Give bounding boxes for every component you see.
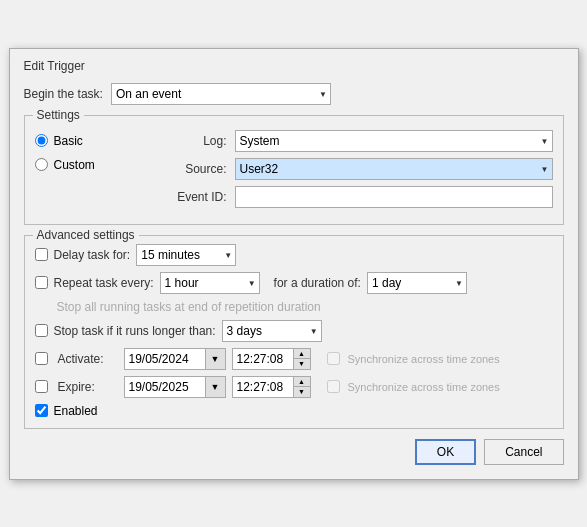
source-select[interactable]: User32 Kernel Other <box>235 158 553 180</box>
settings-group-title: Settings <box>33 108 84 122</box>
edit-trigger-dialog: Edit Trigger Begin the task: On an event… <box>9 48 579 480</box>
button-row: OK Cancel <box>24 439 564 465</box>
stop-if-select[interactable]: 3 days 1 day 1 hour <box>222 320 322 342</box>
log-select-wrap: System Application Security <box>235 130 553 152</box>
enabled-checkbox[interactable] <box>35 404 48 417</box>
activate-sync-label: Synchronize across time zones <box>348 353 500 365</box>
expire-sync-wrap: Synchronize across time zones <box>327 380 500 393</box>
activate-sync-checkbox[interactable] <box>327 352 340 365</box>
repeat-row: Repeat task every: 1 hour 30 minutes 1 d… <box>35 272 553 294</box>
stop-if-row: Stop task if it runs longer than: 3 days… <box>35 320 553 342</box>
activate-date-wrap: ▼ <box>124 348 226 370</box>
basic-radio-row: Basic <box>35 134 125 148</box>
expire-time-up-button[interactable]: ▲ <box>294 377 310 387</box>
custom-radio-row: Custom <box>35 158 125 172</box>
basic-label: Basic <box>54 134 83 148</box>
advanced-settings-group: Advanced settings Delay task for: 15 min… <box>24 235 564 429</box>
duration-select-wrap: 1 day 1 hour Indefinitely <box>367 272 467 294</box>
expire-sync-label: Synchronize across time zones <box>348 381 500 393</box>
source-label: Source: <box>125 162 235 176</box>
delay-checkbox[interactable] <box>35 248 48 261</box>
ok-button[interactable]: OK <box>415 439 476 465</box>
dialog-title: Edit Trigger <box>24 59 564 73</box>
advanced-settings-title: Advanced settings <box>33 228 139 242</box>
stop-if-select-wrap: 3 days 1 day 1 hour <box>222 320 322 342</box>
expire-time-input[interactable] <box>233 377 293 397</box>
radio-col: Basic Custom <box>35 130 125 214</box>
log-select[interactable]: System Application Security <box>235 130 553 152</box>
source-row: Source: User32 Kernel Other <box>125 158 553 180</box>
activate-time-wrap: ▲ ▼ <box>232 348 311 370</box>
eventid-label: Event ID: <box>125 190 235 204</box>
log-row: Log: System Application Security <box>125 130 553 152</box>
begin-task-label: Begin the task: <box>24 87 103 101</box>
expire-time-wrap: ▲ ▼ <box>232 376 311 398</box>
activate-time-up-button[interactable]: ▲ <box>294 349 310 359</box>
eventid-row: Event ID: 1074 <box>125 186 553 208</box>
activate-time-down-button[interactable]: ▼ <box>294 359 310 369</box>
activate-time-input[interactable] <box>233 349 293 369</box>
repeat-checkbox[interactable] <box>35 276 48 289</box>
expire-spin-col: ▲ ▼ <box>293 377 310 397</box>
duration-select[interactable]: 1 day 1 hour Indefinitely <box>367 272 467 294</box>
repeat-select[interactable]: 1 hour 30 minutes 1 day <box>160 272 260 294</box>
delay-row: Delay task for: 15 minutes 30 minutes 1 … <box>35 244 553 266</box>
stop-if-checkbox[interactable] <box>35 324 48 337</box>
activate-label: Activate: <box>58 352 118 366</box>
expire-checkbox[interactable] <box>35 380 48 393</box>
custom-radio[interactable] <box>35 158 48 171</box>
expire-time-down-button[interactable]: ▼ <box>294 387 310 397</box>
stop-all-label: Stop all running tasks at end of repetit… <box>57 300 321 314</box>
repeat-select-wrap: 1 hour 30 minutes 1 day <box>160 272 260 294</box>
begin-task-select[interactable]: On an event On a schedule At startup At … <box>111 83 331 105</box>
activate-calendar-button[interactable]: ▼ <box>205 349 225 369</box>
enabled-row: Enabled <box>35 404 553 418</box>
expire-row: Expire: ▼ ▲ ▼ Synchronize across time zo… <box>35 376 553 398</box>
settings-group: Settings Basic Custom Log: Sys <box>24 115 564 225</box>
custom-label: Custom <box>54 158 95 172</box>
delay-select-wrap: 15 minutes 30 minutes 1 hour <box>136 244 236 266</box>
begin-task-row: Begin the task: On an event On a schedul… <box>24 83 564 105</box>
activate-row: Activate: ▼ ▲ ▼ Synchronize across time … <box>35 348 553 370</box>
expire-calendar-button[interactable]: ▼ <box>205 377 225 397</box>
eventid-input[interactable]: 1074 <box>235 186 553 208</box>
delay-label: Delay task for: <box>54 248 131 262</box>
settings-inner: Basic Custom Log: System Application Sec… <box>35 124 553 214</box>
activate-spin-col: ▲ ▼ <box>293 349 310 369</box>
expire-label: Expire: <box>58 380 118 394</box>
cancel-button[interactable]: Cancel <box>484 439 563 465</box>
begin-task-select-wrap: On an event On a schedule At startup At … <box>111 83 331 105</box>
source-select-wrap: User32 Kernel Other <box>235 158 553 180</box>
expire-date-wrap: ▼ <box>124 376 226 398</box>
duration-label: for a duration of: <box>274 276 361 290</box>
expire-sync-checkbox[interactable] <box>327 380 340 393</box>
activate-checkbox[interactable] <box>35 352 48 365</box>
enabled-label: Enabled <box>54 404 98 418</box>
repeat-label: Repeat task every: <box>54 276 154 290</box>
log-label: Log: <box>125 134 235 148</box>
stop-all-row: Stop all running tasks at end of repetit… <box>35 300 553 314</box>
fields-col: Log: System Application Security Source: <box>125 130 553 214</box>
basic-radio[interactable] <box>35 134 48 147</box>
delay-select[interactable]: 15 minutes 30 minutes 1 hour <box>136 244 236 266</box>
activate-date-input[interactable] <box>125 349 205 369</box>
expire-date-input[interactable] <box>125 377 205 397</box>
stop-if-label: Stop task if it runs longer than: <box>54 324 216 338</box>
activate-sync-wrap: Synchronize across time zones <box>327 352 500 365</box>
